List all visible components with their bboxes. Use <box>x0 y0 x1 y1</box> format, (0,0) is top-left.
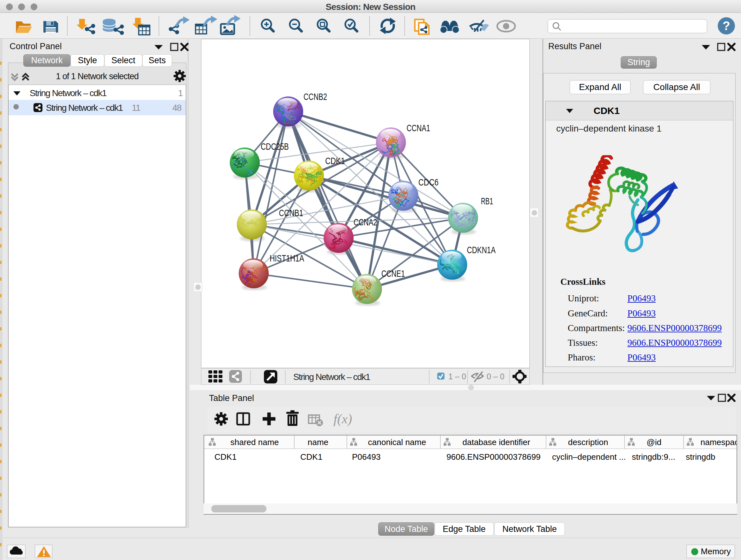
svg-text:namespac: namespac <box>700 437 737 447</box>
svg-text:0 – 0: 0 – 0 <box>487 372 504 381</box>
svg-text:CDC6: CDC6 <box>418 177 439 187</box>
svg-text:RB1: RB1 <box>481 196 493 206</box>
svg-text:CCNA1: CCNA1 <box>407 123 430 133</box>
svg-text:CDC25B: CDC25B <box>261 141 289 152</box>
svg-text:f(x): f(x) <box>333 412 352 427</box>
svg-text:CCNA2: CCNA2 <box>354 217 377 227</box>
svg-text:1 – 0: 1 – 0 <box>448 372 466 381</box>
svg-text:database identifier: database identifier <box>462 437 530 447</box>
svg-text:CCNE1: CCNE1 <box>381 268 405 279</box>
svg-text:@id: @id <box>647 437 662 447</box>
svg-text:description: description <box>568 437 608 447</box>
svg-text:shared name: shared name <box>230 437 279 447</box>
svg-text:CCNB2: CCNB2 <box>304 91 327 102</box>
svg-text:CCNB1: CCNB1 <box>279 207 303 218</box>
svg-text:CDK1: CDK1 <box>325 155 345 166</box>
svg-text:HIST1H1A: HIST1H1A <box>270 253 304 263</box>
svg-text:CDKN1A: CDKN1A <box>467 245 495 255</box>
svg-text:name: name <box>308 437 328 447</box>
svg-text:canonical name: canonical name <box>368 437 426 447</box>
